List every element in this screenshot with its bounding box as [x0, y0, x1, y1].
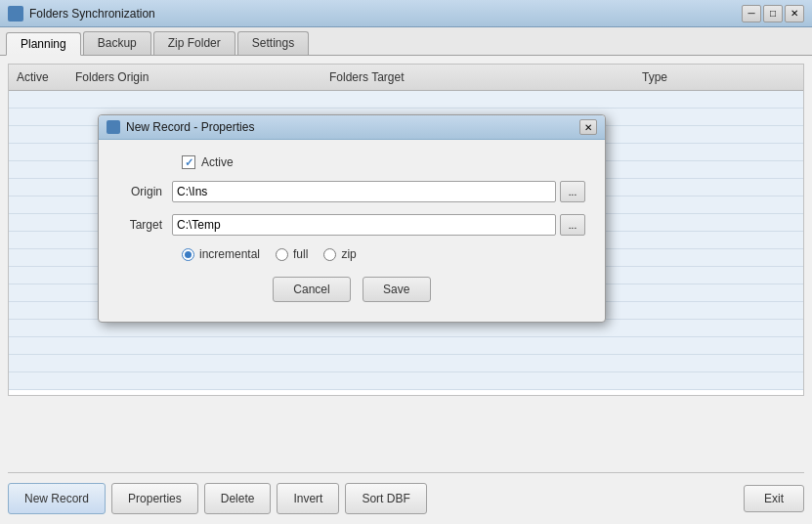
properties-modal: New Record - Properties ✕ ✓ Active: [98, 114, 606, 323]
modal-body: ✓ Active Origin ... Target: [99, 140, 605, 322]
tab-bar: Planning Backup Zip Folder Settings: [0, 27, 812, 56]
content-area: Active Folders Origin Folders Target Typ…: [0, 56, 812, 472]
zip-label: zip: [341, 247, 356, 261]
exit-button[interactable]: Exit: [744, 485, 804, 512]
table-row: [9, 91, 803, 109]
toolbar-left: New Record Properties Delete Invert Sort…: [8, 483, 427, 514]
table-row: [9, 337, 803, 355]
col-header-target: Folders Target: [321, 68, 634, 86]
origin-browse-button[interactable]: ...: [560, 181, 585, 202]
target-input-wrap: ...: [172, 214, 585, 236]
tab-backup[interactable]: Backup: [83, 31, 151, 55]
window-controls: ─ □ ✕: [742, 5, 804, 22]
table-row: [9, 372, 803, 390]
modal-title: New Record - Properties: [126, 120, 254, 134]
sync-type-row: incremental full zip: [118, 247, 585, 261]
full-label: full: [293, 247, 308, 261]
sort-dbf-button[interactable]: Sort DBF: [345, 483, 426, 514]
maximize-button[interactable]: □: [763, 5, 783, 22]
app-icon: [8, 6, 23, 22]
target-input[interactable]: [172, 214, 556, 236]
modal-icon: [107, 120, 120, 134]
close-button[interactable]: ✕: [785, 5, 804, 22]
modal-close-button[interactable]: ✕: [579, 119, 597, 135]
cancel-button[interactable]: Cancel: [273, 277, 350, 302]
invert-button[interactable]: Invert: [277, 483, 339, 514]
radio-incremental: incremental: [182, 247, 260, 261]
active-row: ✓ Active: [118, 155, 585, 169]
window-title: Folders Synchronization: [29, 7, 155, 21]
incremental-radio[interactable]: [182, 248, 194, 261]
check-mark: ✓: [185, 157, 193, 168]
origin-row: Origin ...: [118, 181, 585, 202]
table-row: [9, 355, 803, 372]
title-bar: Folders Synchronization ─ □ ✕: [0, 0, 812, 27]
col-header-type: Type: [634, 68, 712, 86]
radio-dot: [185, 251, 192, 258]
tab-planning[interactable]: Planning: [6, 32, 81, 56]
origin-input[interactable]: [172, 181, 556, 202]
active-checkbox[interactable]: ✓: [182, 155, 195, 169]
bottom-toolbar: New Record Properties Delete Invert Sort…: [0, 473, 812, 524]
zip-radio[interactable]: [323, 248, 336, 261]
modal-title-bar: New Record - Properties ✕: [99, 115, 605, 140]
full-radio[interactable]: [276, 248, 288, 261]
target-row: Target ...: [118, 214, 585, 236]
save-button[interactable]: Save: [363, 277, 431, 302]
minimize-button[interactable]: ─: [742, 5, 761, 22]
radio-full: full: [276, 247, 308, 261]
active-label: Active: [201, 155, 234, 169]
col-header-origin: Folders Origin: [67, 68, 321, 86]
radio-zip: zip: [323, 247, 356, 261]
delete-button[interactable]: Delete: [204, 483, 272, 514]
target-browse-button[interactable]: ...: [560, 214, 585, 236]
col-header-active: Active: [9, 68, 67, 86]
table-header: Active Folders Origin Folders Target Typ…: [9, 65, 803, 91]
properties-button[interactable]: Properties: [111, 483, 198, 514]
main-window: Planning Backup Zip Folder Settings Acti…: [0, 27, 812, 524]
incremental-label: incremental: [199, 247, 260, 261]
tab-zip-folder[interactable]: Zip Folder: [153, 31, 235, 55]
target-label: Target: [118, 218, 172, 232]
origin-label: Origin: [118, 185, 172, 198]
tab-settings[interactable]: Settings: [237, 31, 309, 55]
new-record-button[interactable]: New Record: [8, 483, 106, 514]
modal-buttons: Cancel Save: [118, 277, 585, 302]
origin-input-wrap: ...: [172, 181, 585, 202]
